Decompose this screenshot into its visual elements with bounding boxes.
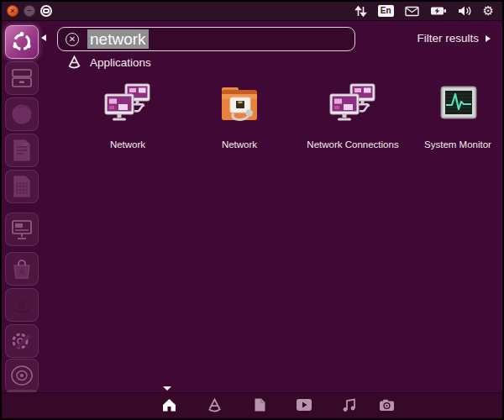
launcher-item-firefox[interactable]: [5, 97, 39, 131]
workspace-switcher-icon: [9, 365, 34, 386]
result-label: Network: [187, 139, 291, 150]
applications-lens-icon: [67, 55, 81, 69]
launcher-item-system-settings[interactable]: [5, 324, 39, 358]
lens-applications-icon[interactable]: [206, 396, 223, 413]
launcher-item-libreoffice-calc[interactable]: [5, 170, 39, 203]
settings-gear-icon[interactable]: ⚙: [483, 3, 494, 18]
result-label: Network Connections: [301, 139, 405, 150]
maximize-button[interactable]: [40, 5, 52, 17]
launcher-focus-arrow-icon: [41, 34, 46, 41]
dash-collapse-arrow[interactable]: [163, 386, 171, 391]
result-label: System Monitor: [406, 139, 504, 150]
result-item-network-connections[interactable]: Network Connections: [301, 82, 405, 150]
volume-icon[interactable]: [458, 3, 472, 18]
calc-spreadsheet-icon: [12, 175, 32, 198]
launcher-item-amazon[interactable]: a: [5, 288, 39, 322]
unity-dash-screen: × – En: [0, 0, 504, 420]
launcher: A a: [2, 22, 44, 418]
applications-category-label: Applications: [90, 56, 151, 69]
network-computers-icon: [103, 82, 152, 133]
software-center-bag-icon: A: [11, 258, 33, 280]
battery-icon[interactable]: [430, 3, 447, 18]
svg-text:a: a: [18, 295, 26, 312]
svg-text:A: A: [18, 267, 24, 276]
launcher-item-files[interactable]: [5, 61, 39, 95]
applications-category-header: Applications: [67, 55, 151, 69]
launcher-item-workspace-switcher[interactable]: [5, 359, 39, 392]
maximize-icon: [43, 8, 50, 13]
mail-icon[interactable]: [405, 3, 419, 18]
result-label: Network: [76, 139, 180, 150]
firefox-icon: [10, 102, 34, 126]
files-drawer-icon: [11, 68, 33, 88]
result-item-network-1[interactable]: Network: [76, 82, 180, 150]
indicator-tray: En ⚙: [354, 3, 502, 18]
lens-videos-icon[interactable]: [296, 396, 312, 413]
lens-music-icon[interactable]: [341, 396, 358, 413]
launcher-item-libreoffice-impress[interactable]: [5, 213, 39, 246]
amazon-icon: a: [11, 294, 33, 316]
result-item-system-monitor[interactable]: System Monitor: [406, 82, 504, 150]
network-folder-icon: [215, 82, 264, 133]
lens-home-icon[interactable]: [160, 396, 177, 413]
ubuntu-logo-icon: [11, 31, 33, 53]
network-computers-icon: [328, 82, 377, 133]
keyboard-layout-label: En: [378, 5, 394, 17]
keyboard-layout-indicator[interactable]: En: [378, 3, 394, 18]
launcher-item-software-center[interactable]: A: [5, 252, 39, 286]
updown-arrows-icon[interactable]: [354, 3, 367, 18]
ubuntu-dash-button[interactable]: [5, 25, 39, 59]
window-controls: × –: [7, 5, 52, 17]
clear-search-icon[interactable]: ✕: [66, 33, 79, 46]
impress-presentation-icon: [11, 218, 33, 240]
chevron-right-icon: [486, 35, 491, 42]
result-item-network-folder[interactable]: Network: [187, 82, 291, 150]
lens-files-icon[interactable]: [251, 396, 268, 413]
lens-photos-icon[interactable]: [378, 396, 395, 413]
writer-document-icon: [12, 139, 32, 162]
filter-results-label: Filter results: [417, 32, 479, 45]
settings-gear-wrench-icon: [10, 329, 34, 353]
close-button[interactable]: ×: [7, 5, 18, 17]
filter-results-button[interactable]: Filter results: [417, 32, 491, 45]
search-input[interactable]: ✕ network: [57, 27, 355, 51]
lens-bar: [2, 392, 502, 418]
search-text-selected: network: [87, 29, 149, 49]
system-monitor-icon: [433, 82, 482, 133]
minimize-button[interactable]: –: [24, 5, 35, 17]
launcher-item-libreoffice-writer[interactable]: [5, 134, 39, 167]
top-panel: × – En: [2, 2, 502, 21]
